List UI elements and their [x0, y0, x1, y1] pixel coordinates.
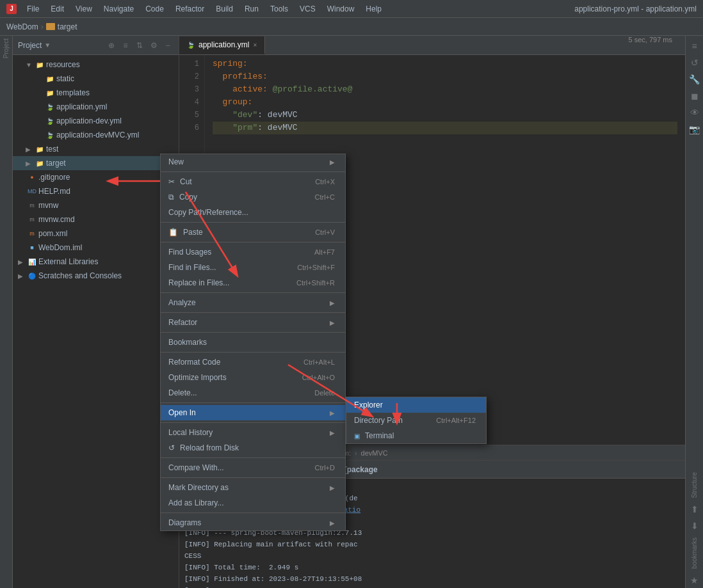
- tree-item-scratches[interactable]: ▶ 🔵 Scratches and Consoles: [13, 269, 179, 283]
- tree-item-application-dev-yml[interactable]: 🍃 application-dev.yml: [13, 114, 179, 128]
- locate-icon[interactable]: ⊕: [106, 40, 117, 51]
- menu-code[interactable]: Code: [140, 3, 169, 15]
- right-icon-2[interactable]: ↺: [687, 55, 702, 70]
- sidebar-project-label[interactable]: Project: [1, 36, 11, 61]
- tree-item-target[interactable]: ▶ 📁 target: [13, 156, 179, 170]
- tree-item-templates[interactable]: 📁 templates: [13, 86, 179, 100]
- ctx-separator-10: [161, 457, 345, 458]
- folder-icon: 📁: [35, 145, 44, 154]
- panel-actions: ⊕ ≡ ⇅ ⚙ −: [106, 40, 174, 51]
- tab-close-button[interactable]: ×: [253, 42, 257, 49]
- ctx-separator-7: [161, 352, 345, 353]
- close-panel-icon[interactable]: −: [162, 40, 174, 51]
- ctx-copy[interactable]: ⧉ Copy Ctrl+C: [161, 189, 345, 205]
- tree-item-application-yml[interactable]: 🍃 application.yml: [13, 100, 179, 114]
- tree-item-resources[interactable]: ▼ 📁 resources: [13, 58, 179, 72]
- tree-item-pom-xml[interactable]: m pom.xml: [13, 226, 179, 241]
- menu-help[interactable]: Help: [360, 3, 387, 15]
- tree-item-static[interactable]: 📁 static: [13, 72, 179, 86]
- panel-title[interactable]: Project ▼: [18, 41, 51, 50]
- ctx-compare-with[interactable]: Compare With... Ctrl+D: [161, 460, 345, 475]
- menu-vcs[interactable]: VCS: [295, 3, 321, 15]
- ctx-reload-from-disk[interactable]: ↺ Reload from Disk: [161, 440, 345, 456]
- submenu-terminal[interactable]: ▣ Terminal: [346, 428, 486, 443]
- ctx-local-history[interactable]: Local History ▶: [161, 425, 345, 440]
- ctx-find-in-files-shortcut: Ctrl+Shift+F: [297, 264, 335, 271]
- tree-item-mvnw[interactable]: m mvnw: [13, 198, 179, 212]
- ctx-reformat[interactable]: Reformat Code Ctrl+Alt+L: [161, 354, 345, 370]
- submenu-explorer[interactable]: Explorer: [346, 397, 486, 413]
- menu-build[interactable]: Build: [211, 3, 238, 15]
- menu-navigate[interactable]: Navigate: [99, 3, 139, 15]
- right-structure-label[interactable]: Structure: [690, 470, 699, 501]
- settings-icon[interactable]: ⚙: [148, 40, 159, 51]
- tree-item-label: test: [46, 145, 58, 154]
- right-icon-3[interactable]: 🔧: [687, 72, 702, 87]
- expand-all-icon[interactable]: ⇅: [134, 40, 145, 51]
- tree-item-help-md[interactable]: MD HELP.md: [13, 184, 179, 198]
- tree-item-webdom-iml[interactable]: ■ WebDom.iml: [13, 241, 179, 255]
- ctx-compare-label: Compare With...: [168, 463, 224, 472]
- menu-run[interactable]: Run: [239, 3, 264, 15]
- ctx-replace-in-files[interactable]: Replace in Files... Ctrl+Shift+R: [161, 275, 345, 290]
- menu-edit[interactable]: Edit: [45, 3, 69, 15]
- left-sidebar: Project: [0, 36, 13, 588]
- ctx-diagrams[interactable]: Diagrams ▶: [161, 515, 345, 530]
- breadcrumb-webdom[interactable]: WebDom: [6, 22, 38, 31]
- ctx-mark-label: Mark Directory as: [168, 483, 229, 492]
- tree-item-gitignore[interactable]: ● .gitignore: [13, 170, 179, 184]
- chevron-icon: ▶: [18, 273, 26, 280]
- tab-application-yml[interactable]: 🍃 application.yml ×: [179, 36, 265, 54]
- ctx-copy-path[interactable]: Copy Path/Reference...: [161, 205, 345, 220]
- collapse-all-icon[interactable]: ≡: [120, 40, 131, 51]
- ctx-refactor[interactable]: Refactor ▶: [161, 315, 345, 330]
- ctx-separator-12: [161, 513, 345, 513]
- right-icon-4[interactable]: ◼: [687, 88, 702, 104]
- ctx-find-in-files[interactable]: Find in Files... Ctrl+Shift+F: [161, 260, 345, 275]
- right-icon-6[interactable]: 📷: [687, 122, 702, 137]
- ctx-add-as-library[interactable]: Add as Library...: [161, 495, 345, 511]
- main-container: Project Project ▼ ⊕ ≡ ⇅ ⚙ − ▼ 📁 resource…: [0, 36, 703, 588]
- ctx-cut[interactable]: ✂ Cut Ctrl+X: [161, 174, 345, 189]
- tree-item-label: HELP.md: [38, 187, 70, 196]
- tree-item-label: resources: [46, 60, 80, 69]
- left-action-buttons: [13, 74, 26, 79]
- right-icon-8[interactable]: ⬇: [687, 518, 702, 534]
- ctx-bookmarks[interactable]: Bookmarks: [161, 335, 345, 350]
- menu-tools[interactable]: Tools: [265, 3, 293, 15]
- context-menu: New ▶ ✂ Cut Ctrl+X ⧉ Copy Ctrl+C Copy Pa…: [160, 154, 346, 531]
- tree-item-test[interactable]: ▶ 📁 test: [13, 142, 179, 156]
- menu-refactor[interactable]: Refactor: [170, 3, 209, 15]
- right-sidebar: ≡ ↺ 🔧 ◼ 👁 📷 Structure ⬆ ⬇ bookmarks ★: [685, 36, 703, 588]
- ctx-optimize-imports[interactable]: Optimize Imports Ctrl+Alt+O: [161, 370, 345, 385]
- window-title: application-pro.yml - application.yml: [574, 4, 697, 13]
- menu-window[interactable]: Window: [322, 3, 360, 15]
- ctx-new-label: New: [168, 157, 184, 166]
- right-icon-7[interactable]: ⬆: [687, 502, 702, 517]
- tree-item-label: application-devMVC.yml: [56, 131, 139, 139]
- tree-item-label: pom.xml: [38, 229, 67, 238]
- right-icon-9[interactable]: ★: [687, 573, 702, 588]
- ctx-open-in-arrow-icon: ▶: [330, 409, 335, 417]
- tree-item-mvnw-cmd[interactable]: m mvnw.cmd: [13, 212, 179, 226]
- breadcrumb-target[interactable]: target: [58, 22, 77, 31]
- tree-item-external-libraries[interactable]: ▶ 📊 External Libraries: [13, 255, 179, 269]
- ctx-new[interactable]: New ▶: [161, 154, 345, 170]
- file-tree: ▼ 📁 resources 📁 static 📁 templates 🍃 app…: [13, 55, 179, 588]
- right-bookmarks-label[interactable]: bookmarks: [690, 535, 699, 571]
- ctx-find-usages[interactable]: Find Usages Alt+F7: [161, 244, 345, 260]
- tree-item-application-devmvc-yml[interactable]: 🍃 application-devMVC.yml: [13, 128, 179, 142]
- right-icon-5[interactable]: 👁: [687, 105, 702, 120]
- ctx-delete[interactable]: Delete... Delete: [161, 385, 345, 401]
- right-icon-1[interactable]: ≡: [687, 38, 702, 54]
- tab-bar: 🍃 application.yml ×: [179, 36, 685, 55]
- menu-view[interactable]: View: [70, 3, 97, 15]
- menu-file[interactable]: File: [22, 3, 44, 15]
- submenu-directory-path[interactable]: Directory Path Ctrl+Alt+F12: [346, 413, 486, 428]
- ctx-analyze-arrow-icon: ▶: [330, 299, 335, 306]
- ctx-analyze[interactable]: Analyze ▶: [161, 295, 345, 310]
- ctx-paste[interactable]: 📋 Paste Ctrl+V: [161, 225, 345, 240]
- ctx-open-in[interactable]: Open In ▶: [161, 405, 345, 420]
- iml-icon: ■: [28, 243, 36, 252]
- ctx-mark-directory[interactable]: Mark Directory as ▶: [161, 480, 345, 495]
